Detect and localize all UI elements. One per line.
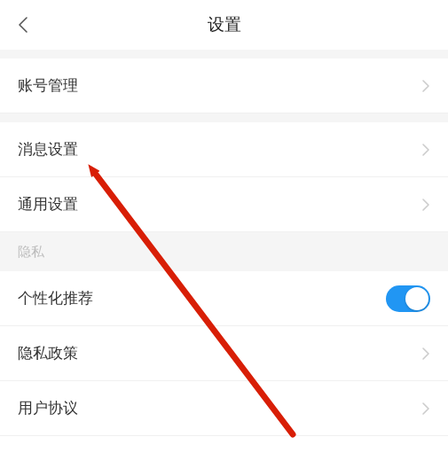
section-label: 隐私 <box>18 244 44 261</box>
row-label: 账号管理 <box>18 75 78 96</box>
row-message-settings[interactable]: 消息设置 <box>0 122 448 177</box>
row-label: 隐私政策 <box>18 343 78 363</box>
row-privacy-policy[interactable]: 隐私政策 <box>0 326 448 381</box>
row-account-management[interactable]: 账号管理 <box>0 59 448 113</box>
row-label: 消息设置 <box>18 139 78 160</box>
toggle-personalization[interactable] <box>386 285 430 312</box>
chevron-right-icon <box>421 347 430 361</box>
section-header-privacy: 隐私 <box>0 232 448 271</box>
chevron-right-icon <box>421 402 430 416</box>
header: 设置 <box>0 0 448 50</box>
row-general-settings[interactable]: 通用设置 <box>0 177 448 232</box>
chevron-right-icon <box>421 198 430 212</box>
chevron-right-icon <box>421 79 430 93</box>
divider <box>0 50 448 59</box>
toggle-knob <box>405 287 428 310</box>
divider <box>0 113 448 122</box>
chevron-left-icon <box>18 16 28 34</box>
row-label: 用户协议 <box>18 398 78 418</box>
row-personalized-recommendation[interactable]: 个性化推荐 <box>0 271 448 326</box>
chevron-right-icon <box>421 143 430 157</box>
row-label: 通用设置 <box>18 194 78 215</box>
row-label: 个性化推荐 <box>18 288 93 308</box>
back-button[interactable] <box>12 14 34 35</box>
page-title: 设置 <box>208 13 241 36</box>
row-user-agreement[interactable]: 用户协议 <box>0 381 448 436</box>
